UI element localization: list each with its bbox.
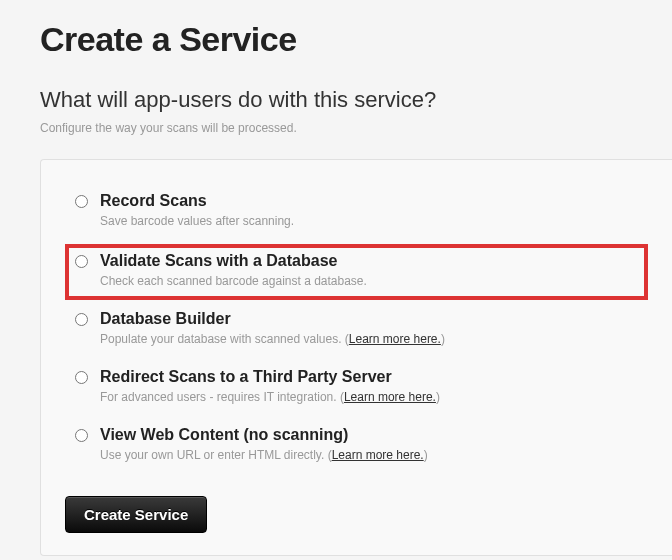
learn-more-link[interactable]: Learn more here.: [349, 332, 441, 346]
option-view-web-content[interactable]: View Web Content (no scanning) Use your …: [65, 420, 648, 472]
option-desc: For advanced users - requires IT integra…: [100, 390, 638, 404]
option-title: Record Scans: [100, 192, 207, 210]
learn-more-link[interactable]: Learn more here.: [332, 448, 424, 462]
option-desc: Save barcode values after scanning.: [100, 214, 638, 228]
option-title: View Web Content (no scanning): [100, 426, 348, 444]
option-title: Database Builder: [100, 310, 231, 328]
radio-record-scans[interactable]: [75, 195, 88, 208]
option-desc: Check each scanned barcode against a dat…: [100, 274, 638, 288]
radio-database-builder[interactable]: [75, 313, 88, 326]
option-desc: Use your own URL or enter HTML directly.…: [100, 448, 638, 462]
options-panel: Record Scans Save barcode values after s…: [40, 159, 672, 556]
option-validate-scans[interactable]: Validate Scans with a Database Check eac…: [65, 244, 648, 300]
create-service-button[interactable]: Create Service: [65, 496, 207, 533]
option-redirect-scans[interactable]: Redirect Scans to a Third Party Server F…: [65, 362, 648, 414]
learn-more-link[interactable]: Learn more here.: [344, 390, 436, 404]
radio-redirect-scans[interactable]: [75, 371, 88, 384]
option-title: Redirect Scans to a Third Party Server: [100, 368, 392, 386]
option-record-scans[interactable]: Record Scans Save barcode values after s…: [65, 186, 648, 238]
subtitle: What will app-users do with this service…: [40, 87, 672, 113]
option-desc: Populate your database with scanned valu…: [100, 332, 638, 346]
subdesc: Configure the way your scans will be pro…: [40, 121, 672, 135]
option-database-builder[interactable]: Database Builder Populate your database …: [65, 304, 648, 356]
radio-view-web-content[interactable]: [75, 429, 88, 442]
radio-validate-scans[interactable]: [75, 255, 88, 268]
page-title: Create a Service: [40, 20, 672, 59]
option-title: Validate Scans with a Database: [100, 252, 337, 270]
